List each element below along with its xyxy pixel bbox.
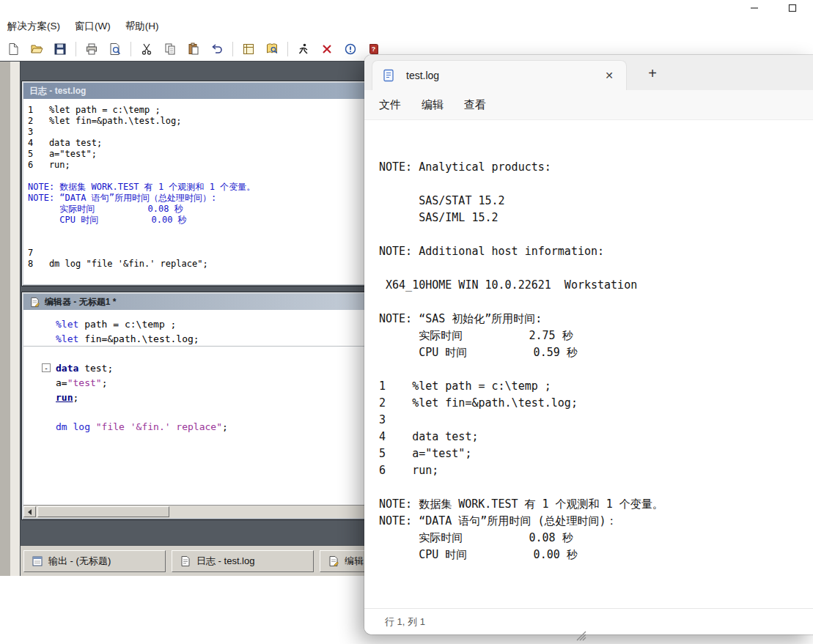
- book-search-button[interactable]: [262, 40, 282, 59]
- paste-icon: [187, 42, 200, 56]
- save-icon: [54, 42, 67, 56]
- submit-run-button[interactable]: [293, 40, 314, 59]
- paste-button[interactable]: [183, 40, 204, 59]
- new-tab-icon[interactable]: +: [641, 62, 663, 84]
- copy-button[interactable]: [160, 40, 180, 59]
- window-bar-button-label: 输出 - (无标题): [48, 555, 111, 568]
- tab-close-icon[interactable]: ✕: [600, 66, 619, 85]
- toolbar-separator: [76, 42, 76, 56]
- menu-item[interactable]: 解决方案(S): [0, 16, 67, 37]
- submit-run-icon: [297, 42, 310, 56]
- undo-button[interactable]: [207, 40, 227, 59]
- toolbar-separator: [287, 42, 288, 56]
- notepad-window: test.log ✕ + 文件编辑查看 NOTE: Analytical pro…: [364, 55, 813, 634]
- notepad-menu-item[interactable]: 查看: [454, 98, 496, 112]
- app-menubar: 解决方案(S)窗口(W)帮助(H): [0, 16, 813, 37]
- print-preview-button[interactable]: [105, 40, 125, 59]
- minimize-icon[interactable]: [748, 2, 760, 14]
- scroll-left-arrow-icon[interactable]: [23, 506, 36, 517]
- window-bar-button-label: 编辑: [345, 555, 364, 568]
- window-frame-left: [0, 62, 10, 576]
- resize-grip-icon[interactable]: [574, 629, 586, 644]
- scrollbar-thumb[interactable]: [37, 506, 169, 517]
- notepad-tabbar[interactable]: test.log ✕ +: [364, 55, 813, 90]
- notepad-menu-item[interactable]: 文件: [369, 98, 411, 112]
- editor-window-icon: [29, 297, 40, 308]
- window-bar-button[interactable]: 输出 - (无标题): [23, 550, 166, 572]
- new-program-button[interactable]: [238, 40, 259, 59]
- notepad-tab[interactable]: test.log ✕: [372, 60, 627, 90]
- toolbar-separator: [130, 42, 131, 56]
- cursor-position: 行 1, 列 1: [385, 615, 425, 629]
- toolbar-separator: [232, 42, 233, 56]
- window-frame-left-inner: [10, 62, 21, 576]
- print-preview-icon: [108, 42, 122, 56]
- screen: 解决方案(S)窗口(W)帮助(H) ? 日志 - test.log 1 %let…: [0, 0, 813, 644]
- book-search-icon: [265, 42, 279, 56]
- editor-icon: [328, 555, 339, 567]
- notepad-menu-item[interactable]: 编辑: [411, 98, 454, 112]
- notepad-statusbar: 行 1, 列 1: [364, 608, 813, 634]
- print-button[interactable]: [81, 40, 102, 59]
- menu-item[interactable]: 窗口(W): [67, 16, 118, 37]
- window-bar-button-label: 日志 - test.log: [196, 555, 254, 568]
- new-program-icon: [242, 42, 255, 56]
- new-file-button[interactable]: [3, 40, 23, 59]
- help-icon: ?: [367, 42, 380, 56]
- clear-icon: [320, 42, 334, 56]
- copy-icon: [163, 42, 177, 56]
- open-folder-icon: [30, 42, 43, 56]
- notepad-menubar: 文件编辑查看: [364, 90, 813, 120]
- print-icon: [85, 42, 98, 56]
- notepad-text[interactable]: NOTE: Analytical products: SAS/STAT 15.2…: [364, 121, 813, 608]
- notepad-tab-title: test.log: [406, 70, 589, 81]
- open-folder-button[interactable]: [26, 40, 47, 59]
- cut-button[interactable]: [136, 40, 157, 59]
- editor-window-title: 编辑器 - 无标题1 *: [45, 296, 116, 308]
- app-titlebar: [0, 0, 813, 16]
- clear-button[interactable]: [317, 40, 337, 59]
- save-button[interactable]: [50, 40, 70, 59]
- interrupt-button[interactable]: [340, 40, 361, 59]
- log-icon: [180, 555, 191, 567]
- undo-icon: [210, 42, 224, 56]
- window-bar-button[interactable]: 日志 - test.log: [172, 550, 314, 572]
- new-file-icon: [7, 42, 20, 56]
- notepad-icon: [381, 68, 396, 83]
- interrupt-icon: [344, 42, 357, 56]
- output-icon: [32, 555, 43, 567]
- svg-text:?: ?: [372, 45, 376, 52]
- maximize-icon[interactable]: [787, 2, 798, 14]
- fold-collapse-icon[interactable]: -: [42, 363, 51, 372]
- menu-item[interactable]: 帮助(H): [118, 16, 166, 37]
- log-window-title: 日志 - test.log: [29, 85, 86, 97]
- cut-icon: [140, 42, 153, 56]
